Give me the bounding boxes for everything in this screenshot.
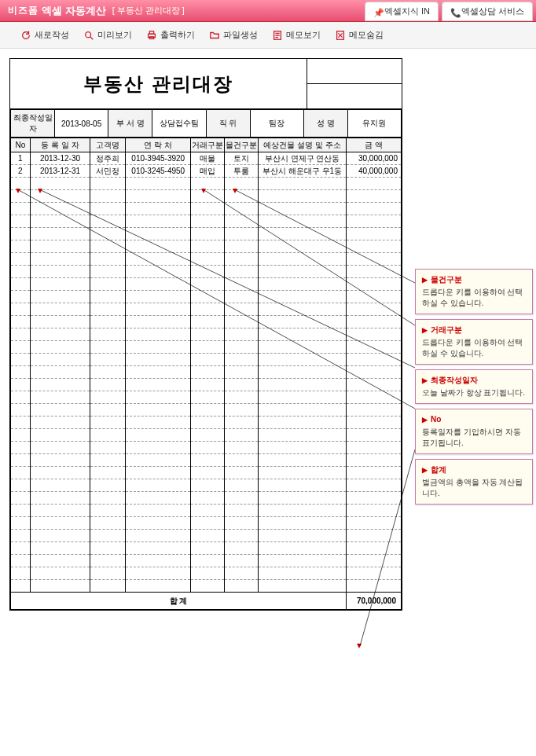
cell-pt[interactable] bbox=[225, 354, 259, 366]
cell-cust[interactable] bbox=[90, 266, 126, 278]
cell-tt[interactable] bbox=[191, 303, 225, 316]
cell-pt[interactable]: 투룸 bbox=[225, 165, 259, 178]
cell-no[interactable] bbox=[11, 203, 31, 215]
cell-cust[interactable]: 서민정 bbox=[90, 165, 126, 178]
cell-pt[interactable] bbox=[225, 291, 259, 303]
cell-amt[interactable] bbox=[347, 467, 402, 479]
table-row[interactable] bbox=[11, 492, 402, 505]
cell-pt[interactable] bbox=[225, 266, 259, 278]
cell-tt[interactable] bbox=[191, 228, 225, 240]
cell-date[interactable] bbox=[30, 542, 90, 555]
cell-cust[interactable]: 정주희 bbox=[90, 152, 126, 165]
cell-no[interactable] bbox=[11, 542, 31, 555]
cell-pt[interactable] bbox=[225, 492, 259, 505]
cell-tel[interactable] bbox=[126, 278, 191, 291]
table-row[interactable] bbox=[11, 240, 402, 253]
cell-cust[interactable] bbox=[90, 517, 126, 530]
cell-tt[interactable]: 매물 bbox=[191, 152, 225, 165]
cell-cust[interactable] bbox=[90, 228, 126, 240]
cell-desc[interactable] bbox=[258, 253, 346, 266]
cell-date[interactable] bbox=[30, 354, 90, 366]
cell-date[interactable] bbox=[30, 580, 90, 593]
table-row[interactable] bbox=[11, 266, 402, 278]
cell-amt[interactable] bbox=[347, 479, 402, 492]
table-row[interactable] bbox=[11, 567, 402, 580]
cell-no[interactable] bbox=[11, 479, 31, 492]
cell-desc[interactable] bbox=[258, 391, 346, 404]
cell-pt[interactable] bbox=[225, 253, 259, 266]
cell-desc[interactable] bbox=[258, 530, 346, 542]
table-row[interactable] bbox=[11, 354, 402, 366]
cell-pt[interactable] bbox=[225, 379, 259, 391]
cell-no[interactable] bbox=[11, 266, 31, 278]
cell-tel[interactable]: 010-3945-3920 bbox=[126, 152, 191, 165]
print-button[interactable]: 출력하기 bbox=[141, 26, 200, 44]
cell-date[interactable] bbox=[30, 391, 90, 404]
cell-pt[interactable] bbox=[225, 567, 259, 580]
cell-pt[interactable] bbox=[225, 454, 259, 467]
cell-amt[interactable] bbox=[347, 278, 402, 291]
table-row[interactable] bbox=[11, 228, 402, 240]
cell-desc[interactable] bbox=[258, 454, 346, 467]
cell-no[interactable] bbox=[11, 555, 31, 567]
cell-cust[interactable] bbox=[90, 542, 126, 555]
cell-tel[interactable] bbox=[126, 479, 191, 492]
cell-date[interactable] bbox=[30, 517, 90, 530]
cell-date[interactable]: 2013-12-31 bbox=[30, 165, 90, 178]
cell-tel[interactable] bbox=[126, 178, 191, 190]
cell-date[interactable] bbox=[30, 530, 90, 542]
cell-pt[interactable] bbox=[225, 341, 259, 354]
cell-amt[interactable] bbox=[347, 429, 402, 442]
cell-tt[interactable] bbox=[191, 467, 225, 479]
cell-amt[interactable] bbox=[347, 505, 402, 517]
cell-date[interactable] bbox=[30, 240, 90, 253]
cell-tel[interactable] bbox=[126, 253, 191, 266]
cell-pt[interactable] bbox=[225, 517, 259, 530]
cell-amt[interactable] bbox=[347, 417, 402, 429]
cell-cust[interactable] bbox=[90, 492, 126, 505]
cell-date[interactable] bbox=[30, 203, 90, 215]
cell-cust[interactable] bbox=[90, 215, 126, 228]
cell-desc[interactable]: 부산시 해운대구 우1동 bbox=[258, 165, 346, 178]
cell-no[interactable] bbox=[11, 215, 31, 228]
cell-tt[interactable] bbox=[191, 479, 225, 492]
cell-cust[interactable] bbox=[90, 442, 126, 454]
cell-date[interactable] bbox=[30, 379, 90, 391]
cell-tt[interactable] bbox=[191, 291, 225, 303]
cell-pt[interactable]: 토지 bbox=[225, 152, 259, 165]
cell-amt[interactable] bbox=[347, 404, 402, 417]
cell-tt[interactable] bbox=[191, 454, 225, 467]
cell-pt[interactable] bbox=[225, 542, 259, 555]
cell-no[interactable] bbox=[11, 253, 31, 266]
cell-desc[interactable] bbox=[258, 517, 346, 530]
cell-tel[interactable] bbox=[126, 567, 191, 580]
cell-tt[interactable] bbox=[191, 417, 225, 429]
cell-tel[interactable] bbox=[126, 354, 191, 366]
cell-pt[interactable] bbox=[225, 203, 259, 215]
cell-desc[interactable] bbox=[258, 555, 346, 567]
cell-pt[interactable] bbox=[225, 228, 259, 240]
cell-amt[interactable] bbox=[347, 341, 402, 354]
table-row[interactable] bbox=[11, 417, 402, 429]
table-row[interactable] bbox=[11, 379, 402, 391]
cell-cust[interactable] bbox=[90, 454, 126, 467]
cell-no[interactable] bbox=[11, 379, 31, 391]
cell-desc[interactable] bbox=[258, 442, 346, 454]
cell-amt[interactable] bbox=[347, 215, 402, 228]
table-row[interactable] bbox=[11, 442, 402, 454]
table-row[interactable] bbox=[11, 278, 402, 291]
cell-no[interactable] bbox=[11, 404, 31, 417]
cell-pt[interactable] bbox=[225, 240, 259, 253]
cell-cust[interactable] bbox=[90, 291, 126, 303]
cell-desc[interactable] bbox=[258, 291, 346, 303]
cell-cust[interactable] bbox=[90, 278, 126, 291]
cell-cust[interactable] bbox=[90, 253, 126, 266]
cell-pt[interactable] bbox=[225, 328, 259, 341]
cell-cust[interactable] bbox=[90, 417, 126, 429]
tab-knowledge[interactable]: 📌 엑셀지식 IN bbox=[365, 2, 439, 21]
cell-cust[interactable] bbox=[90, 240, 126, 253]
cell-date[interactable] bbox=[30, 417, 90, 429]
cell-tt[interactable] bbox=[191, 178, 225, 190]
table-row[interactable]: 12013-12-30정주희010-3945-3920매물토지부산시 연제구 연… bbox=[11, 152, 402, 165]
cell-tt[interactable] bbox=[191, 266, 225, 278]
